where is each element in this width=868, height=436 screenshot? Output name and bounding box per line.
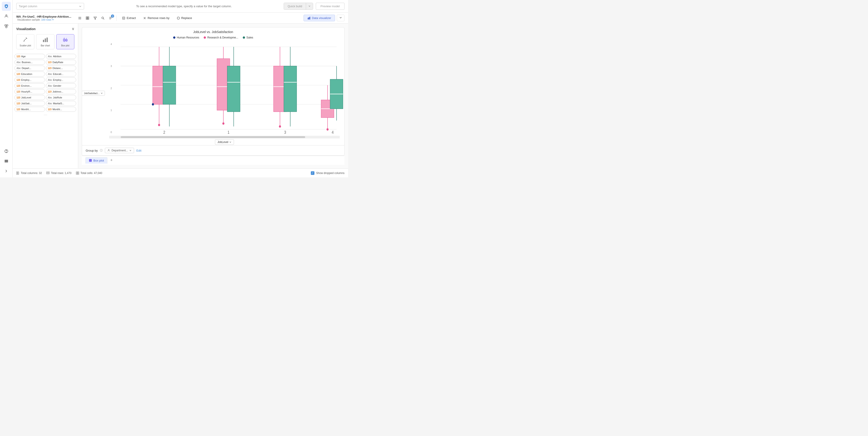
- col-distance[interactable]: 123 Distanc...: [46, 66, 76, 70]
- col-gender[interactable]: Abc Gender: [46, 83, 76, 88]
- col-hourlyrate[interactable]: 123 HourlyR...: [14, 89, 45, 94]
- col-department[interactable]: Abc Depart...: [14, 66, 45, 70]
- col-dailyrate[interactable]: 123 DailyRate: [46, 60, 76, 65]
- info-icon[interactable]: ⓘ: [100, 149, 103, 152]
- col-monthlyrate[interactable]: 123 Monthl...: [46, 107, 76, 112]
- col-age[interactable]: 123 Age: [14, 54, 45, 59]
- x-axis-dropdown[interactable]: JobLevel: [215, 139, 234, 145]
- col-education[interactable]: 123 Education: [14, 71, 45, 77]
- department-select[interactable]: Department...: [105, 148, 134, 153]
- search-icon[interactable]: [100, 15, 106, 21]
- nav-logo[interactable]: [2, 2, 11, 11]
- col-attrition[interactable]: Abc Attrition: [46, 54, 76, 59]
- box-plot-type[interactable]: Box plot: [56, 34, 74, 49]
- quick-build-button[interactable]: Quick build: [284, 3, 313, 10]
- total-rows-label: Total rows: 1,470: [51, 172, 71, 175]
- quick-build-arrow-icon[interactable]: [306, 3, 313, 9]
- group-by-label: Group by: [86, 149, 98, 152]
- remove-rows-button[interactable]: Remove rows by: [141, 15, 172, 21]
- remove-rows-label: Remove rows by: [148, 16, 169, 20]
- list-view-icon[interactable]: [76, 15, 83, 21]
- x-axis-row: JobLevel: [105, 139, 344, 145]
- target-column-select[interactable]: Target column: [16, 3, 84, 9]
- sidebar: Visualization ∨ Scatter plot: [13, 24, 78, 168]
- vis-collapse-icon[interactable]: ∨: [72, 27, 74, 31]
- svg-rect-8: [5, 161, 8, 161]
- vis-sample-label: Visualization sample:: [17, 18, 40, 21]
- rows-icon: [46, 172, 50, 175]
- legend-dot-hr: [173, 36, 176, 39]
- badge-icon-button[interactable]: 3: [107, 15, 114, 21]
- svg-rect-22: [308, 18, 308, 19]
- edit-link[interactable]: Edit: [136, 149, 141, 152]
- plot-inner: 4 3 2 1 0: [105, 41, 344, 135]
- col-environment[interactable]: 123 Environ...: [14, 83, 45, 88]
- chart-legend: Human Resources Research & Developme... …: [82, 35, 344, 41]
- svg-rect-9: [5, 162, 8, 162]
- column-grid: 123 Age Abc Attrition Abc Busines... 1: [14, 54, 76, 112]
- vis-header: Visualization ∨: [13, 24, 78, 34]
- show-dropped-label: Show dropped columns: [316, 172, 344, 175]
- svg-point-6: [6, 152, 6, 152]
- filter-icon[interactable]: [92, 15, 98, 21]
- columns-icon: [16, 172, 20, 175]
- box-plot-tab-label: Box plot: [93, 159, 104, 162]
- svg-text:4: 4: [332, 130, 334, 135]
- svg-point-26: [25, 39, 26, 40]
- replace-button[interactable]: Replace: [174, 15, 195, 21]
- col-maritalstatus[interactable]: Abc MaritalS...: [46, 101, 76, 106]
- grid-view-icon[interactable]: [84, 15, 91, 21]
- nav-expand[interactable]: [2, 167, 11, 176]
- svg-point-48: [158, 124, 160, 126]
- y-axis-dropdown[interactable]: JobSatisfact...: [82, 91, 105, 96]
- bar-chart-type[interactable]: Bar chart: [36, 34, 54, 49]
- bar-chart-label: Bar chart: [41, 45, 50, 47]
- preview-model-button[interactable]: Preview model: [316, 3, 344, 10]
- col-employeenumber[interactable]: Abc Employ...: [46, 77, 76, 82]
- status-bar: Total columns: 32 Total rows: 1,470 Tota…: [13, 168, 348, 177]
- y-axis-dropdown-container: JobSatisfact...: [82, 41, 105, 145]
- svg-text:3: 3: [284, 130, 286, 135]
- col-employeecount[interactable]: 123 Employ...: [14, 77, 45, 82]
- sample-rows-link[interactable]: 100 rows: [41, 18, 51, 21]
- scatter-plot-label: Scatter plot: [20, 45, 31, 47]
- nav-data[interactable]: [2, 12, 11, 21]
- chevron-down-icon[interactable]: [337, 15, 344, 21]
- top-hint: To see a recommended model type, specify…: [87, 4, 281, 8]
- col-jobinvolvement[interactable]: 123 JobInvo...: [46, 89, 76, 94]
- svg-rect-89: [46, 172, 49, 173]
- svg-rect-14: [88, 17, 89, 18]
- toolbar-separator: [116, 16, 117, 21]
- add-tab-button[interactable]: +: [108, 157, 115, 164]
- second-bar: WA_Fn-UseC_-HR-Employee-Attrition... Vis…: [13, 13, 348, 24]
- nav-models[interactable]: [2, 22, 11, 31]
- col-jobrole[interactable]: Abc JobRole: [46, 95, 76, 100]
- nav-help[interactable]: [2, 147, 11, 156]
- scatter-plot-type[interactable]: Scatter plot: [16, 34, 34, 49]
- col-monthlyincome[interactable]: 123 Monthl...: [14, 107, 45, 112]
- svg-point-67: [279, 125, 281, 127]
- scroll-down-indicator: ⋯: [14, 113, 76, 117]
- edit-pencil-icon[interactable]: ✏: [52, 18, 54, 21]
- nav-settings[interactable]: [2, 156, 11, 166]
- chart-scrollbar[interactable]: [109, 136, 340, 139]
- col-jobsatisfaction[interactable]: 123 JobSati...: [14, 101, 45, 106]
- box-plot-tab[interactable]: Box plot: [86, 157, 107, 164]
- scroll-thumb: [121, 136, 305, 138]
- legend-dot-rd: [204, 36, 206, 39]
- svg-point-25: [24, 41, 24, 41]
- col-joblevel[interactable]: 123 JobLevel: [14, 95, 45, 100]
- vis-title: Visualization: [16, 27, 35, 31]
- total-columns: Total columns: 32: [16, 172, 42, 175]
- col-business[interactable]: Abc Busines...: [14, 60, 45, 65]
- svg-rect-2: [5, 25, 6, 26]
- legend-label-hr: Human Resources: [177, 36, 199, 39]
- col-educationfield[interactable]: Abc Educati...: [46, 71, 76, 77]
- extract-button[interactable]: Extract: [119, 15, 138, 21]
- svg-point-0: [6, 6, 7, 7]
- show-dropped-checkbox[interactable]: [311, 171, 314, 175]
- data-visualizer-button[interactable]: Data visualizer: [304, 15, 335, 21]
- chart-area: JobLevel vs. JobSatisfaction Human Resou…: [78, 24, 348, 168]
- total-cells-label: Total cells: 47,040: [81, 172, 102, 175]
- total-cells: Total cells: 47,040: [76, 172, 102, 175]
